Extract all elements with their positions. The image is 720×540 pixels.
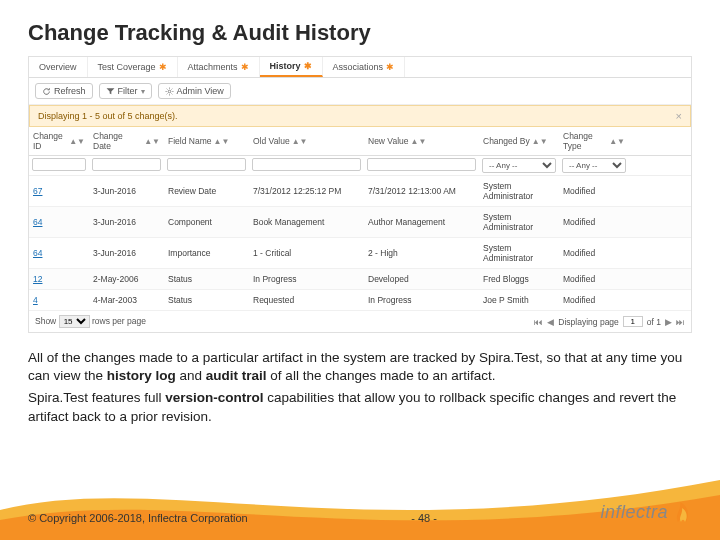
col-label: Field Name [168,136,211,146]
slide-footer: © Copyright 2006-2018, Inflectra Corpora… [28,500,692,524]
close-icon[interactable]: × [676,110,682,122]
text-span: Spira.Test features full [28,390,165,405]
tab-label: Attachments [188,62,238,72]
cell-value: Requested [249,290,364,310]
cell-value: Modified [559,212,629,232]
cell-value: System Administrator [479,207,559,237]
change-id-link[interactable]: 12 [29,269,89,289]
cell-value: 2-May-2006 [89,269,164,289]
text-bold: version-control [165,390,263,405]
svg-point-0 [168,90,171,93]
table-row: 44-Mar-2003StatusRequestedIn ProgressJoe… [29,290,691,311]
tab-bar: Overview Test Coverage✱ Attachments✱ His… [29,57,691,78]
prev-page-button[interactable]: ◀ [547,317,554,327]
chevron-down-icon: ▾ [141,87,145,96]
cell-value: Joe P Smith [479,290,559,310]
tab-history[interactable]: History✱ [260,57,323,77]
gear-icon [165,87,174,96]
cell-value: 4-Mar-2003 [89,290,164,310]
table-row: 643-Jun-2016ComponentBook ManagementAuth… [29,207,691,238]
cell-value: System Administrator [479,176,559,206]
table-row: 122-May-2006StatusIn ProgressDevelopedFr… [29,269,691,290]
change-id-link[interactable]: 64 [29,212,89,232]
cell-value: Modified [559,290,629,310]
tab-label: Associations [333,62,384,72]
cell-value: Status [164,269,249,289]
page-size-control: Show 15 rows per page [35,315,146,328]
text-span: and [176,368,206,383]
col-field-name[interactable]: Field Name▲▼ [164,132,249,150]
page-number: - 48 - [411,512,437,524]
refresh-button[interactable]: Refresh [35,83,93,99]
cell-value: Developed [364,269,479,289]
cell-value: Importance [164,243,249,263]
filter-new-value[interactable] [367,158,476,171]
grid-body: 673-Jun-2016Review Date7/31/2012 12:25:1… [29,176,691,311]
of-label: of 1 [647,317,661,327]
change-id-link[interactable]: 64 [29,243,89,263]
cell-value: 3-Jun-2016 [89,212,164,232]
col-changed-by[interactable]: Changed By▲▼ [479,132,559,150]
col-label: Change Date [93,131,142,151]
filter-changed-by[interactable]: -- Any -- [482,158,556,173]
col-label: Change Type [563,131,607,151]
col-change-date[interactable]: Change Date▲▼ [89,127,164,155]
cell-value: Component [164,212,249,232]
sort-icon: ▲▼ [410,137,426,146]
cell-value: Modified [559,181,629,201]
button-label: Admin View [177,86,224,96]
star-icon: ✱ [386,62,394,72]
banner-text: Displaying 1 - 5 out of 5 change(s). [38,111,178,121]
page-title: Change Tracking & Audit History [28,20,692,46]
tab-attachments[interactable]: Attachments✱ [178,57,260,77]
col-label: Change ID [33,131,67,151]
cell-value: Fred Bloggs [479,269,559,289]
next-page-button[interactable]: ▶ [665,317,672,327]
refresh-icon [42,87,51,96]
col-change-id[interactable]: Change ID▲▼ [29,127,89,155]
logo-text: inflectra [600,502,668,523]
body-text: All of the changes made to a particular … [28,349,692,426]
first-page-button[interactable]: ⏮ [534,317,543,327]
grid-header: Change ID▲▼ Change Date▲▼ Field Name▲▼ O… [29,127,691,156]
col-new-value[interactable]: New Value▲▼ [364,132,479,150]
col-label: Changed By [483,136,530,146]
tab-label: History [270,61,301,71]
button-label: Filter [118,86,138,96]
sort-icon: ▲▼ [292,137,308,146]
filter-old-value[interactable] [252,158,361,171]
sort-icon: ▲▼ [609,137,625,146]
app-panel: Overview Test Coverage✱ Attachments✱ His… [28,56,692,333]
show-label: Show [35,316,56,326]
col-change-type[interactable]: Change Type▲▼ [559,127,629,155]
logo: inflectra [600,500,692,524]
tab-label: Test Coverage [98,62,156,72]
star-icon: ✱ [241,62,249,72]
filter-change-type[interactable]: -- Any -- [562,158,626,173]
cell-value: 2 - High [364,243,479,263]
last-page-button[interactable]: ⏭ [676,317,685,327]
grid-filter-row: -- Any -- -- Any -- [29,156,691,176]
page-size-select[interactable]: 15 [59,315,90,328]
text-span: of all the changes made to an artifact. [267,368,496,383]
filter-button[interactable]: Filter ▾ [99,83,152,99]
table-row: 673-Jun-2016Review Date7/31/2012 12:25:1… [29,176,691,207]
cell-value: In Progress [249,269,364,289]
filter-field-name[interactable] [167,158,246,171]
text-bold: history log [107,368,176,383]
sort-icon: ▲▼ [69,137,85,146]
change-id-link[interactable]: 67 [29,181,89,201]
filter-change-date[interactable] [92,158,161,171]
page-number-input[interactable] [623,316,643,327]
info-banner: Displaying 1 - 5 out of 5 change(s). × [29,105,691,127]
sort-icon: ▲▼ [532,137,548,146]
tab-associations[interactable]: Associations✱ [323,57,406,77]
admin-view-button[interactable]: Admin View [158,83,231,99]
col-old-value[interactable]: Old Value▲▼ [249,132,364,150]
star-icon: ✱ [159,62,167,72]
change-id-link[interactable]: 4 [29,290,89,310]
tab-overview[interactable]: Overview [29,57,88,77]
tab-test-coverage[interactable]: Test Coverage✱ [88,57,178,77]
cell-value: Author Management [364,212,479,232]
filter-change-id[interactable] [32,158,86,171]
